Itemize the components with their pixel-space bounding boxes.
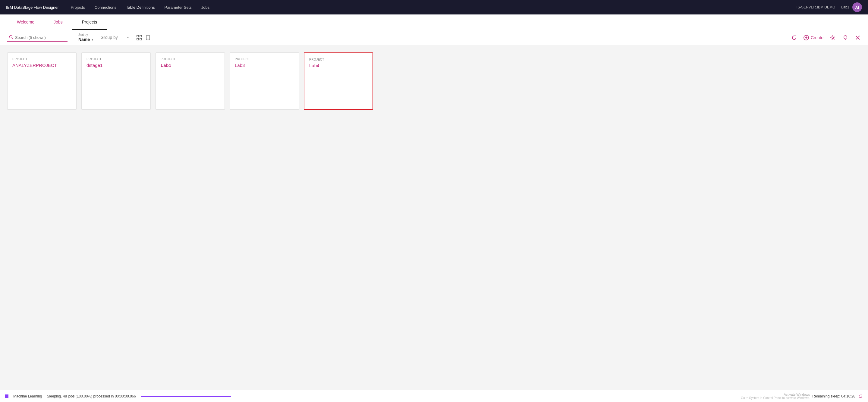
group-by-select[interactable]: Group by ▾ <box>98 34 131 41</box>
project-type-label: PROJECT <box>87 58 146 61</box>
project-type-label: PROJECT <box>12 58 71 61</box>
close-button[interactable] <box>855 35 861 41</box>
svg-point-0 <box>9 35 12 38</box>
activate-windows-title: Activate Windows <box>741 393 810 396</box>
refresh-button[interactable] <box>791 34 798 41</box>
tab-welcome[interactable]: Welcome <box>7 15 44 30</box>
search-box[interactable] <box>7 34 67 41</box>
svg-rect-5 <box>140 38 142 40</box>
view-toggle <box>136 34 151 41</box>
svg-point-9 <box>832 37 834 38</box>
sort-select[interactable]: Name ▾ <box>79 37 93 42</box>
projects-grid: PROJECT ANALYZERPROJECT PROJECT dstage1 … <box>7 53 861 110</box>
activate-windows-sub: Go to System in Control Panel to activat… <box>741 396 810 400</box>
avatar[interactable]: AI <box>852 2 862 12</box>
activate-windows: Activate Windows Go to System in Control… <box>741 393 810 400</box>
status-right: Activate Windows Go to System in Control… <box>741 393 863 400</box>
project-type-label: PROJECT <box>235 58 294 61</box>
tabs-bar: Welcome Jobs Projects <box>0 14 868 30</box>
search-input[interactable] <box>15 35 66 40</box>
nav-connections[interactable]: Connections <box>95 5 116 10</box>
settings-button[interactable] <box>830 34 836 41</box>
toolbar: Sort by Name ▾ Group by ▾ <box>0 30 868 45</box>
status-message: Sleeping. 48 jobs (100.00%) processed in… <box>47 394 136 398</box>
project-card[interactable]: PROJECT ANALYZERPROJECT <box>7 53 76 110</box>
bookmark-button[interactable] <box>145 34 151 41</box>
svg-line-1 <box>12 38 13 39</box>
sort-label: Sort by <box>79 33 93 36</box>
tab-projects[interactable]: Projects <box>72 15 107 30</box>
sort-group: Sort by Name ▾ <box>79 33 93 42</box>
status-refresh-button[interactable] <box>858 394 863 399</box>
group-by-chevron-icon: ▾ <box>127 36 129 39</box>
status-indicator <box>5 395 8 398</box>
svg-rect-3 <box>140 35 142 37</box>
app-brand: IBM DataStage Flow Designer <box>6 5 59 10</box>
nav-table-definitions[interactable]: Table Definitions <box>126 5 155 10</box>
project-name: Lab4 <box>309 63 368 68</box>
create-button[interactable]: Create <box>804 35 824 40</box>
project-card[interactable]: PROJECT dstage1 <box>82 53 151 110</box>
svg-rect-2 <box>137 35 138 37</box>
nav-projects[interactable]: Projects <box>71 5 85 10</box>
nav-jobs[interactable]: Jobs <box>201 5 210 10</box>
search-icon <box>9 35 13 40</box>
user-server-label: IIS-SERVER.IBM.DEMO <box>795 5 835 9</box>
status-label: Machine Learning <box>13 394 42 398</box>
user-section: IIS-SERVER.IBM.DEMO Lab1 AI <box>795 2 862 12</box>
progress-bar-wrap <box>141 396 231 397</box>
status-bar: Machine Learning Sleeping. 48 jobs (100.… <box>0 390 868 402</box>
project-name: Lab3 <box>235 63 294 68</box>
grid-view-button[interactable] <box>136 34 143 41</box>
project-card[interactable]: PROJECT Lab4 <box>304 53 373 110</box>
svg-rect-4 <box>137 38 138 40</box>
remaining-sleep: Remaining sleep: 04:10:28 <box>812 394 855 398</box>
project-card[interactable]: PROJECT Lab1 <box>156 53 225 110</box>
sort-value: Name <box>79 37 90 42</box>
tab-jobs[interactable]: Jobs <box>44 15 72 30</box>
nav-parameter-sets[interactable]: Parameter Sets <box>164 5 192 10</box>
top-navigation: IBM DataStage Flow Designer Projects Con… <box>0 0 868 14</box>
lightbulb-button[interactable] <box>842 34 849 41</box>
project-type-label: PROJECT <box>309 58 368 61</box>
main-content: PROJECT ANALYZERPROJECT PROJECT dstage1 … <box>0 45 868 399</box>
toolbar-right: Create <box>791 34 861 41</box>
project-name: ANALYZERPROJECT <box>12 63 71 68</box>
create-label: Create <box>811 35 824 40</box>
project-card[interactable]: PROJECT Lab3 <box>230 53 299 110</box>
user-lab-label: Lab1 <box>841 5 849 9</box>
sort-chevron-icon: ▾ <box>92 38 93 41</box>
group-by-label: Group by <box>100 35 118 40</box>
project-name: dstage1 <box>87 63 146 68</box>
project-name: Lab1 <box>161 63 220 68</box>
project-type-label: PROJECT <box>161 58 220 61</box>
nav-links: Projects Connections Table Definitions P… <box>71 5 796 10</box>
progress-bar-fill <box>141 396 231 397</box>
